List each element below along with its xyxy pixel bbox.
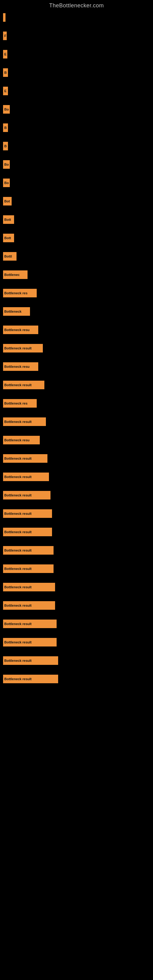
bar-row-wrapper: Bott bbox=[3, 234, 153, 243]
bar-row: Bottleneck result bbox=[3, 344, 153, 353]
bar-label: Bottleneck resu bbox=[4, 438, 30, 442]
bar-row-wrapper: B bbox=[3, 142, 153, 151]
bar-row-wrapper: Bottleneck bbox=[3, 307, 153, 317]
bar-row-wrapper: Bo bbox=[3, 160, 153, 169]
bar-row: E bbox=[3, 50, 153, 59]
bar-label: Bottleneck res bbox=[4, 291, 27, 295]
bar-row-wrapper: Bottleneck result bbox=[3, 565, 153, 574]
bar-row: Bo bbox=[3, 105, 153, 114]
bar: B bbox=[3, 68, 8, 77]
bar-row: Bottleneck result bbox=[3, 491, 153, 500]
bar bbox=[3, 13, 5, 22]
bar: Bott bbox=[3, 234, 14, 242]
bar-row-wrapper: B bbox=[3, 68, 153, 78]
bar-row-wrapper: Bott bbox=[3, 215, 153, 224]
bar: Bott bbox=[3, 215, 14, 224]
bar-label: Bottleneck result bbox=[4, 457, 32, 460]
bar-row: Bottleneck res bbox=[3, 289, 153, 298]
bar-label: B bbox=[4, 126, 7, 130]
bar-row: Bottleneck result bbox=[3, 656, 153, 665]
bar: F bbox=[3, 32, 7, 40]
bar-row-wrapper: Bottleneck result bbox=[3, 620, 153, 629]
bar-row: F bbox=[3, 32, 153, 40]
bar-row: Bottleneck result bbox=[3, 454, 153, 463]
bar: Bottleneck result bbox=[3, 601, 55, 610]
bar-row-wrapper: Bottleneck result bbox=[3, 528, 153, 537]
bar-label: Bottleneck result bbox=[4, 383, 32, 387]
bar-row: Bottleneck result bbox=[3, 381, 153, 389]
bar-row-wrapper: Bottl bbox=[3, 252, 153, 261]
bar-row-wrapper: Bot bbox=[3, 197, 153, 206]
bar: Bottleneck resu bbox=[3, 326, 38, 334]
bar-row: Bottleneck resu bbox=[3, 436, 153, 444]
bar-row-wrapper: Bottleneck result bbox=[3, 583, 153, 592]
bars-container: FEBEBoBBBoBoBotBottBottBottlBottlenecBot… bbox=[0, 10, 153, 684]
bar-label: Bottl bbox=[4, 255, 12, 258]
bar: Bottleneck result bbox=[3, 675, 58, 683]
bar-label: Bottleneck result bbox=[4, 640, 32, 644]
bar-row-wrapper: Bottleneck result bbox=[3, 473, 153, 482]
bar-label: E bbox=[4, 52, 6, 56]
site-title: TheBottlenecker.com bbox=[0, 0, 153, 10]
bar: Bo bbox=[3, 160, 10, 169]
bar-label: E bbox=[4, 89, 6, 93]
bar: Bot bbox=[3, 197, 12, 205]
bar-row: Bottleneck result bbox=[3, 620, 153, 628]
bar: Bottleneck result bbox=[3, 344, 43, 353]
bar: Bottleneck resu bbox=[3, 362, 38, 371]
bar-label: Bottleneck result bbox=[4, 622, 32, 626]
bar-row: Bottleneck resu bbox=[3, 326, 153, 334]
bar-label: Bottleneck res bbox=[4, 401, 27, 405]
bar: Bo bbox=[3, 178, 10, 187]
bar-row-wrapper: E bbox=[3, 50, 153, 59]
bar-row: Bottleneck result bbox=[3, 546, 153, 555]
bar-row-wrapper: Bottleneck result bbox=[3, 417, 153, 426]
bar-row: Bottleneck resu bbox=[3, 362, 153, 371]
bar: Bottleneck result bbox=[3, 638, 57, 646]
bar-row: Bo bbox=[3, 160, 153, 169]
bar-row-wrapper: Bottlenec bbox=[3, 270, 153, 280]
bar-row-wrapper: Bottleneck result bbox=[3, 656, 153, 665]
bar: Bottleneck result bbox=[3, 417, 46, 426]
bar-label: Bottleneck bbox=[4, 310, 21, 313]
bar: Bottleneck result bbox=[3, 491, 51, 500]
bar-row: Bottleneck result bbox=[3, 473, 153, 481]
bar-row-wrapper: Bo bbox=[3, 105, 153, 114]
bar-label: Bo bbox=[4, 162, 9, 166]
bar: Bottleneck result bbox=[3, 454, 48, 463]
bar: Bottleneck bbox=[3, 307, 30, 316]
bar: Bottleneck result bbox=[3, 546, 54, 555]
bar-row-wrapper: B bbox=[3, 123, 153, 133]
bar-label: Bottleneck result bbox=[4, 493, 32, 497]
bar-label: Bottlenec bbox=[4, 273, 19, 277]
bar-row-wrapper: Bottleneck res bbox=[3, 289, 153, 298]
bar: Bottleneck res bbox=[3, 289, 37, 298]
bar-row: Bottleneck result bbox=[3, 417, 153, 426]
bar-row-wrapper: Bottleneck res bbox=[3, 399, 153, 408]
bar: Bottleneck resu bbox=[3, 436, 40, 444]
bar-row-wrapper: Bottleneck result bbox=[3, 546, 153, 555]
bar-row: Bott bbox=[3, 215, 153, 224]
bar-row: Bo bbox=[3, 178, 153, 187]
bar: Bo bbox=[3, 105, 10, 114]
bar-label: Bottleneck result bbox=[4, 659, 32, 662]
bar-row-wrapper bbox=[3, 13, 153, 22]
bar-row-wrapper: Bottleneck resu bbox=[3, 362, 153, 371]
bar-label: Bottleneck result bbox=[4, 512, 32, 515]
bar-row-wrapper: Bottleneck result bbox=[3, 381, 153, 390]
bar: Bottlenec bbox=[3, 270, 27, 279]
bar-label: Bottleneck result bbox=[4, 677, 32, 681]
bar-row: B bbox=[3, 68, 153, 77]
bar-row: Bot bbox=[3, 197, 153, 205]
bar: Bottl bbox=[3, 252, 16, 261]
bar-row-wrapper: F bbox=[3, 32, 153, 41]
bar-row-wrapper: Bottleneck resu bbox=[3, 326, 153, 335]
bar-row: Bottleneck bbox=[3, 307, 153, 316]
bar-row: Bottleneck result bbox=[3, 565, 153, 573]
bar-label: Bottleneck result bbox=[4, 604, 32, 607]
bar-row: Bottleneck result bbox=[3, 601, 153, 610]
bar: B bbox=[3, 142, 8, 150]
bar-label: Bottleneck result bbox=[4, 585, 32, 589]
bar-row: Bottleneck result bbox=[3, 638, 153, 646]
bar-row-wrapper: Bottleneck result bbox=[3, 454, 153, 463]
